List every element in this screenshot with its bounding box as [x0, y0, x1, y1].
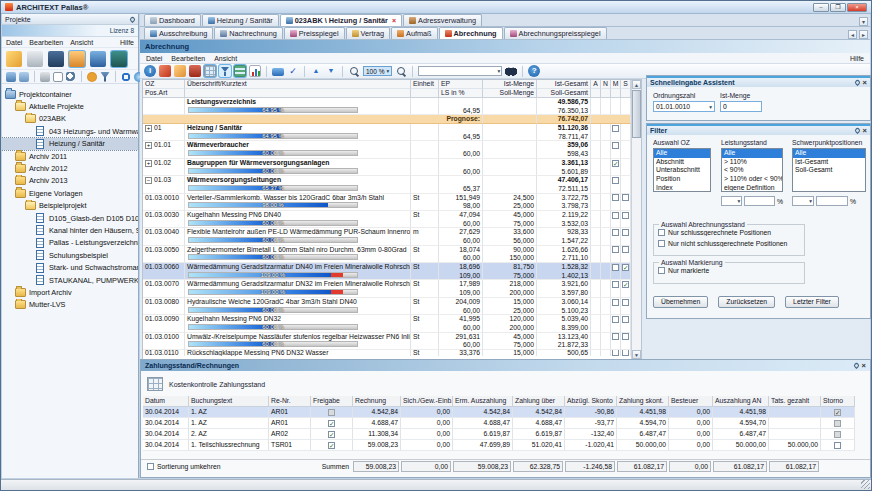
filter-option-position[interactable]: Position [654, 175, 710, 184]
calculator-icon[interactable] [204, 65, 216, 77]
tree-item-import-archiv[interactable]: Import Archiv [2, 286, 138, 298]
print-small-icon[interactable] [40, 72, 50, 82]
search-combo[interactable]: ▾ [418, 66, 502, 76]
view-tab-preisspiegel[interactable]: Preisspiegel [284, 27, 345, 39]
tree-item-pallas-leistungsverzeichnis[interactable]: Pallas - Leistungsverzeichnis [2, 237, 138, 249]
import-icon[interactable] [6, 72, 16, 82]
print-icon[interactable] [27, 51, 43, 67]
payment-row-3[interactable]: 30.04.20142. AZAR0211.308,340,006.619,87… [143, 429, 868, 440]
chevron-down-icon[interactable]: ▾ [709, 104, 712, 110]
row-01-03-0070[interactable]: 01.03.0070Wärmedämmung Geradsitzarmatur … [143, 280, 631, 289]
s-checkbox[interactable] [622, 333, 629, 340]
row-01-03-0050[interactable]: 01.03.0050Zeigerthermometer Bimetall L 6… [143, 246, 631, 255]
settings-icon[interactable] [87, 72, 97, 82]
m-checkbox[interactable] [612, 125, 619, 132]
info-icon[interactable] [144, 65, 156, 77]
column-header-m[interactable]: M [611, 80, 621, 89]
row-01-03-0080-progress[interactable]: 60,00 %60,0025,0005.100,23 [143, 307, 631, 316]
menu-datei[interactable]: Datei [146, 55, 162, 62]
move-up-icon[interactable] [310, 65, 322, 77]
expand-icon[interactable]: + [145, 142, 152, 149]
tree-item-mutter-lvs[interactable]: Mutter-LVS [2, 299, 138, 311]
filter-option-alle[interactable]: Alle [793, 149, 865, 158]
column-header-re-nr[interactable]: Re-Nr. [269, 396, 311, 407]
s-checkbox[interactable] [622, 350, 629, 356]
row-01-03-0010-progress[interactable]: 98,00 %98,0025,0003.798,73 [143, 202, 631, 211]
clipboard-icon[interactable] [69, 51, 85, 67]
filter-option-alle[interactable]: Alle [722, 149, 782, 158]
nur-markierte-checkbox[interactable] [658, 267, 665, 274]
restore-button[interactable]: ❒ [830, 3, 846, 12]
payment-icon[interactable] [272, 68, 284, 76]
filter-percent-input[interactable] [744, 196, 775, 206]
menu-datei[interactable]: Datei [6, 39, 22, 46]
payment-row-4[interactable]: 30.04.20141. TeilschlussrechnungTSR0159.… [143, 440, 868, 451]
storno-checkbox[interactable] [834, 431, 841, 438]
s-checkbox[interactable] [622, 229, 629, 236]
m-checkbox[interactable] [612, 246, 619, 253]
m-checkbox[interactable] [612, 142, 619, 149]
column-header-auszahlung-an[interactable]: Auszahlung AN [713, 396, 769, 407]
column-header-freigabe[interactable]: Freigabe [311, 396, 353, 407]
tab-scroll-left-icon[interactable]: ◂ [848, 30, 857, 39]
tree-item-staukanal-pumpwerke-umbau-be[interactable]: STAUKANAL, PUMPWERKE, UMBAU BE [2, 274, 138, 286]
close-panel-icon[interactable]: × [862, 362, 866, 369]
ordnungszahl-combobox[interactable]: 01.01.0010 ▾ [653, 101, 715, 112]
zoom-level-box[interactable]: 100 %▾ [363, 66, 392, 76]
collapse-icon[interactable]: − [145, 177, 152, 184]
m-checkbox[interactable] [612, 350, 619, 356]
close-panel-icon[interactable]: × [863, 127, 867, 134]
storno-checkbox[interactable] [834, 442, 841, 449]
sortierung-checkbox[interactable] [147, 463, 154, 470]
list-view-icon[interactable] [234, 65, 246, 77]
column-header-zahlung-skont[interactable]: Zahlung skont. [617, 396, 669, 407]
column-header-überschrift-kurztext[interactable]: Überschrift/Kurztext [185, 80, 411, 89]
column-header-pos-art[interactable]: Pos.Art [143, 89, 185, 98]
book-icon[interactable] [189, 65, 201, 77]
column-header-sich-gew-einb[interactable]: Sich./Gew.-Einb. [401, 396, 453, 407]
export-icon[interactable] [19, 72, 29, 82]
stats-icon[interactable] [90, 51, 106, 67]
m-checkbox[interactable] [612, 264, 619, 271]
move-down-icon[interactable] [325, 65, 337, 77]
tab-overflow-icon[interactable]: ▾ [859, 17, 868, 26]
row-01-02[interactable]: +01.02Baugruppen für Wärmeversorgungsanl… [143, 159, 631, 168]
schlussgerechnet-checkbox[interactable] [658, 229, 665, 236]
row-leistungsverzeichnis[interactable]: Leistungsverzeichnis49.586,75 [143, 98, 631, 107]
menu-ansicht[interactable]: Ansicht [70, 39, 93, 46]
column-header-blank[interactable] [185, 89, 411, 98]
view-tab-vertrag[interactable]: Vertrag [346, 27, 391, 39]
pages-icon[interactable] [174, 65, 186, 77]
zuruecksetzen-button[interactable]: Zurücksetzen [718, 296, 775, 308]
row-leistungsverzeichnis-progress[interactable]: 64,95 %64,9576.350,13 [143, 107, 631, 116]
pin-icon[interactable] [853, 362, 860, 369]
doc-tab-dashboard[interactable]: Dashboard [144, 14, 201, 26]
expand-icon[interactable]: + [145, 125, 152, 132]
column-header-einheit[interactable]: Einheit [411, 80, 439, 89]
filter-combo[interactable]: ▾ [792, 196, 814, 206]
m-checkbox[interactable] [612, 333, 619, 340]
tree-item-archiv-2011[interactable]: Archiv 2011 [2, 150, 138, 162]
pin-icon[interactable] [129, 15, 136, 22]
pin-icon[interactable] [854, 127, 861, 134]
filter-option-unterabschnitt[interactable]: Unterabschnitt [654, 166, 710, 175]
column-header-ep[interactable]: EP [439, 80, 483, 89]
row-01-03-0010[interactable]: 01.03.0010Verteiler-/Sammlerkomb. Wasser… [143, 194, 631, 203]
view-tab-abrechnungspreisspiegel[interactable]: Abrechnungspreisspiegel [504, 27, 607, 39]
view-tab-aufmaß[interactable]: Aufmaß [391, 27, 438, 39]
vertical-scrollbar[interactable]: ▲ ▼ [631, 80, 641, 359]
menu-bearbeiten[interactable]: Bearbeiten [29, 39, 63, 46]
freigabe-checkbox[interactable] [328, 420, 335, 427]
row-01-03-0050-progress[interactable]: 60,00 %60,00150,0002.711,10 [143, 254, 631, 263]
row-01-03-0080[interactable]: 01.03.0080Hydraulische Weiche 120GradC 4… [143, 298, 631, 307]
filter-option-90[interactable]: < 90% [722, 166, 782, 175]
column-header-s[interactable]: S [621, 80, 631, 89]
chevron-down-icon[interactable]: ▾ [386, 68, 389, 74]
column-header-blank[interactable] [621, 89, 631, 98]
row-01-03-0030-progress[interactable]: 60,00 %60,0075,0003.532,03 [143, 220, 631, 229]
tree-item-d105-glasb-den-d105-d105-glasb-den[interactable]: D105_Glasb-den D105 D105 Glasb-den & [2, 212, 138, 224]
filter-option-110-oder-90[interactable]: > 110% oder < 90% [722, 175, 782, 184]
close-tab-icon[interactable]: × [392, 17, 396, 24]
column-header-storno[interactable]: Storno [821, 396, 855, 407]
column-header-besteuer[interactable]: Besteuer [669, 396, 713, 407]
